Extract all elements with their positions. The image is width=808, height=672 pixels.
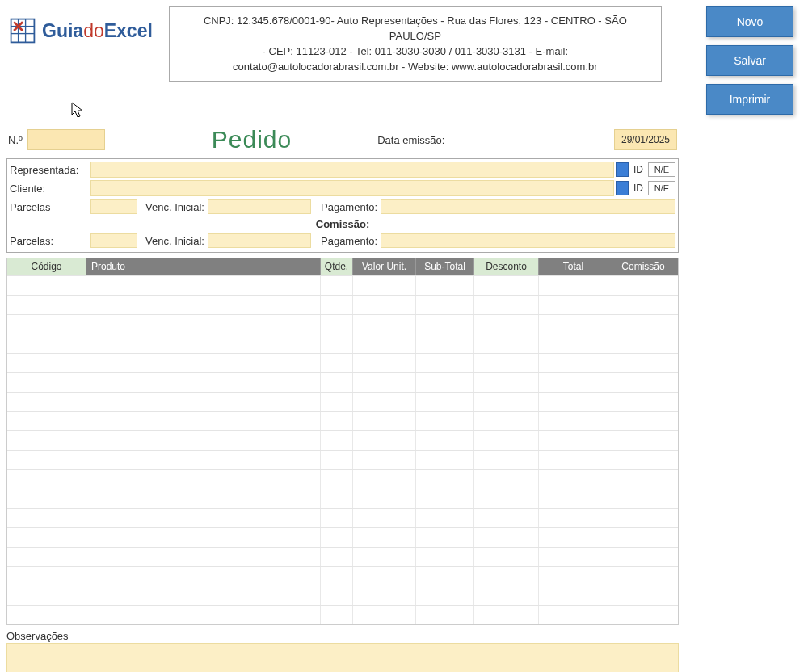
table-cell[interactable]: [474, 412, 539, 430]
table-cell[interactable]: [353, 586, 416, 605]
table-cell[interactable]: [86, 296, 321, 314]
table-cell[interactable]: [539, 586, 608, 605]
table-cell[interactable]: [416, 354, 474, 372]
table-cell[interactable]: [539, 431, 608, 450]
imprimir-button[interactable]: Imprimir: [706, 84, 793, 115]
table-cell[interactable]: [86, 393, 321, 411]
table-cell[interactable]: [7, 315, 86, 334]
table-row[interactable]: [7, 314, 678, 334]
table-cell[interactable]: [608, 509, 678, 527]
table-cell[interactable]: [539, 509, 608, 527]
table-cell[interactable]: [7, 431, 86, 450]
table-cell[interactable]: [608, 489, 678, 508]
table-cell[interactable]: [416, 276, 474, 295]
table-cell[interactable]: [353, 296, 416, 314]
table-cell[interactable]: [353, 412, 416, 430]
table-row[interactable]: [7, 392, 678, 411]
table-cell[interactable]: [416, 451, 474, 469]
table-cell[interactable]: [539, 412, 608, 430]
table-cell[interactable]: [474, 354, 539, 372]
table-cell[interactable]: [321, 315, 353, 334]
table-cell[interactable]: [321, 586, 353, 605]
table-cell[interactable]: [474, 431, 539, 450]
table-cell[interactable]: [539, 606, 608, 624]
table-cell[interactable]: [86, 528, 321, 547]
table-cell[interactable]: [608, 296, 678, 314]
cliente-lookup-button[interactable]: [616, 181, 629, 195]
table-cell[interactable]: [86, 548, 321, 566]
table-cell[interactable]: [608, 470, 678, 489]
table-cell[interactable]: [353, 470, 416, 489]
table-cell[interactable]: [474, 606, 539, 624]
table-cell[interactable]: [7, 276, 86, 295]
table-cell[interactable]: [608, 451, 678, 469]
table-cell[interactable]: [7, 528, 86, 547]
table-cell[interactable]: [539, 548, 608, 566]
table-cell[interactable]: [416, 606, 474, 624]
table-row[interactable]: [7, 527, 678, 547]
table-cell[interactable]: [416, 373, 474, 392]
table-cell[interactable]: [7, 509, 86, 527]
novo-button[interactable]: Novo: [706, 6, 793, 37]
table-cell[interactable]: [86, 354, 321, 372]
table-cell[interactable]: [608, 354, 678, 372]
table-cell[interactable]: [86, 276, 321, 295]
table-row[interactable]: [7, 372, 678, 392]
table-cell[interactable]: [539, 489, 608, 508]
table-cell[interactable]: [416, 315, 474, 334]
table-cell[interactable]: [353, 567, 416, 586]
table-cell[interactable]: [7, 334, 86, 353]
table-cell[interactable]: [353, 606, 416, 624]
table-cell[interactable]: [608, 528, 678, 547]
table-row[interactable]: [7, 508, 678, 527]
table-cell[interactable]: [416, 528, 474, 547]
cliente-input[interactable]: [90, 180, 614, 196]
table-cell[interactable]: [474, 334, 539, 353]
table-cell[interactable]: [353, 489, 416, 508]
table-cell[interactable]: [608, 586, 678, 605]
table-cell[interactable]: [353, 373, 416, 392]
table-cell[interactable]: [321, 354, 353, 372]
table-cell[interactable]: [474, 276, 539, 295]
pagamento-input[interactable]: [381, 200, 675, 214]
table-cell[interactable]: [86, 470, 321, 489]
table-cell[interactable]: [86, 586, 321, 605]
table-cell[interactable]: [608, 606, 678, 624]
table-cell[interactable]: [474, 528, 539, 547]
table-cell[interactable]: [7, 489, 86, 508]
table-cell[interactable]: [539, 334, 608, 353]
table-cell[interactable]: [7, 567, 86, 586]
table-cell[interactable]: [86, 412, 321, 430]
table-cell[interactable]: [539, 296, 608, 314]
table-cell[interactable]: [353, 354, 416, 372]
table-cell[interactable]: [474, 548, 539, 566]
table-cell[interactable]: [86, 334, 321, 353]
table-cell[interactable]: [474, 373, 539, 392]
table-cell[interactable]: [416, 334, 474, 353]
table-cell[interactable]: [7, 451, 86, 469]
table-cell[interactable]: [416, 412, 474, 430]
table-cell[interactable]: [321, 548, 353, 566]
table-cell[interactable]: [7, 354, 86, 372]
venc2-input[interactable]: [208, 233, 311, 248]
table-row[interactable]: [7, 566, 678, 586]
table-cell[interactable]: [353, 509, 416, 527]
table-cell[interactable]: [86, 431, 321, 450]
table-row[interactable]: [7, 411, 678, 430]
table-row[interactable]: [7, 489, 678, 508]
table-cell[interactable]: [321, 567, 353, 586]
table-cell[interactable]: [321, 470, 353, 489]
table-cell[interactable]: [474, 315, 539, 334]
table-cell[interactable]: [474, 489, 539, 508]
table-cell[interactable]: [539, 451, 608, 469]
table-cell[interactable]: [86, 451, 321, 469]
table-cell[interactable]: [539, 276, 608, 295]
table-cell[interactable]: [321, 509, 353, 527]
table-cell[interactable]: [539, 528, 608, 547]
table-cell[interactable]: [7, 586, 86, 605]
table-cell[interactable]: [539, 354, 608, 372]
table-cell[interactable]: [416, 296, 474, 314]
table-cell[interactable]: [353, 431, 416, 450]
table-cell[interactable]: [608, 315, 678, 334]
representada-input[interactable]: [90, 162, 614, 178]
